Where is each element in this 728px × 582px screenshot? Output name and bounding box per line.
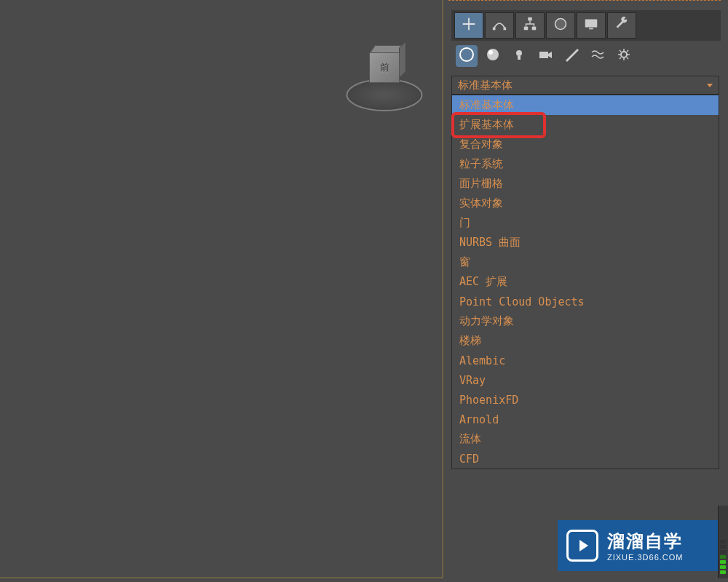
dropdown-item[interactable]: 门: [452, 213, 719, 233]
wrench-icon: [614, 16, 630, 36]
tab-create[interactable]: [454, 12, 483, 39]
svg-point-12: [516, 50, 522, 56]
seg: [720, 550, 726, 554]
svg-rect-0: [493, 27, 496, 30]
viewcube-cube[interactable]: 前: [365, 49, 403, 86]
dropdown-item[interactable]: NURBS 曲面: [452, 233, 719, 252]
svg-point-15: [621, 52, 627, 57]
display-icon: [583, 16, 599, 36]
tab-utilities[interactable]: [607, 12, 636, 39]
dropdown-current-label: 标准基本体: [458, 79, 513, 92]
svg-rect-4: [532, 26, 537, 30]
modify-icon: [491, 16, 507, 36]
subtab-spacewarps[interactable]: [587, 45, 609, 67]
dropdown-item[interactable]: CFD: [452, 449, 719, 469]
tab-modify[interactable]: [485, 12, 514, 39]
viewport[interactable]: 前: [0, 0, 447, 582]
dropdown-item[interactable]: 粒子系统: [452, 154, 719, 174]
dropdown-item[interactable]: Arnold: [452, 410, 719, 429]
watermark-title: 溜溜自学: [607, 530, 683, 553]
tab-hierarchy[interactable]: [515, 12, 545, 39]
tab-motion[interactable]: [546, 12, 575, 39]
viewcube[interactable]: 前: [341, 36, 428, 116]
right-indicator-bar: [718, 506, 728, 578]
create-subcategory-row: [451, 42, 721, 70]
dropdown-item[interactable]: 面片栅格: [452, 174, 719, 194]
dropdown-item[interactable]: 楼梯: [452, 331, 719, 351]
dropdown-item[interactable]: 流体: [452, 429, 719, 449]
hierarchy-icon: [522, 16, 538, 36]
subtab-cameras[interactable]: [534, 45, 556, 67]
watermark-logo-icon: [566, 530, 598, 562]
chevron-down-icon: [707, 84, 713, 87]
camera-icon: [538, 47, 553, 65]
dropdown-item[interactable]: 动力学对象: [452, 311, 719, 331]
sphere-shaded-icon: [486, 47, 500, 65]
dropdown-item[interactable]: 实体对象: [452, 194, 719, 213]
subtab-geometry[interactable]: [456, 45, 478, 67]
play-icon: [579, 540, 588, 551]
dropdown-item[interactable]: AEC 扩展: [452, 272, 719, 292]
sphere-outline-icon: [459, 47, 475, 65]
subtab-systems[interactable]: [613, 45, 635, 67]
geometry-type-dropdown-list: 标准基本体扩展基本体复合对象粒子系统面片栅格实体对象门NURBS 曲面窗AEC …: [451, 95, 719, 469]
waves-icon: [590, 47, 605, 65]
plus-icon: [461, 16, 477, 36]
svg-rect-7: [585, 19, 598, 27]
svg-rect-2: [528, 17, 532, 20]
svg-point-9: [460, 48, 473, 61]
motion-icon: [553, 16, 569, 36]
seg: [720, 560, 726, 564]
svg-point-10: [487, 49, 499, 60]
svg-point-6: [556, 19, 566, 28]
dropdown-item[interactable]: 窗: [452, 252, 719, 272]
watermark-subtitle: ZIXUE.3D66.COM: [607, 553, 683, 562]
light-icon: [512, 47, 526, 65]
seg: [720, 540, 726, 543]
ruler-icon: [564, 47, 579, 65]
geometry-type-dropdown[interactable]: 标准基本体: [451, 76, 719, 95]
dropdown-item[interactable]: 标准基本体: [452, 95, 719, 115]
subtab-shapes[interactable]: [482, 45, 504, 67]
subtab-lights[interactable]: [508, 45, 530, 67]
tab-display[interactable]: [577, 12, 606, 39]
svg-rect-13: [518, 56, 521, 60]
dropdown-item[interactable]: Alembic: [452, 351, 719, 370]
seg: [720, 555, 726, 559]
svg-rect-14: [539, 52, 548, 58]
svg-point-11: [488, 50, 493, 55]
seg: [720, 570, 726, 574]
subtab-helpers[interactable]: [561, 45, 582, 67]
svg-rect-3: [524, 26, 529, 30]
gear-icon: [617, 47, 631, 65]
command-panel: 标准基本体 标准基本体扩展基本体复合对象粒子系统面片栅格实体对象门NURBS 曲…: [448, 0, 728, 582]
dropdown-item[interactable]: VRay: [452, 370, 719, 390]
dropdown-item[interactable]: 复合对象: [452, 135, 719, 154]
svg-rect-1: [504, 27, 507, 30]
dropdown-item[interactable]: 扩展基本体: [452, 115, 719, 135]
main-tab-row: [451, 10, 721, 41]
panel-separator: [448, 0, 721, 1]
dropdown-item[interactable]: PhoenixFD: [452, 390, 719, 410]
viewcube-front-face[interactable]: 前: [369, 52, 400, 83]
seg: [720, 545, 726, 549]
indicator-segments: [720, 540, 726, 574]
viewcube-side: [399, 41, 406, 79]
watermark: 溜溜自学 ZIXUE.3D66.COM: [558, 520, 718, 571]
watermark-text: 溜溜自学 ZIXUE.3D66.COM: [607, 530, 683, 562]
dropdown-item[interactable]: Point Cloud Objects: [452, 292, 719, 311]
svg-rect-8: [589, 28, 593, 29]
seg: [720, 565, 726, 569]
